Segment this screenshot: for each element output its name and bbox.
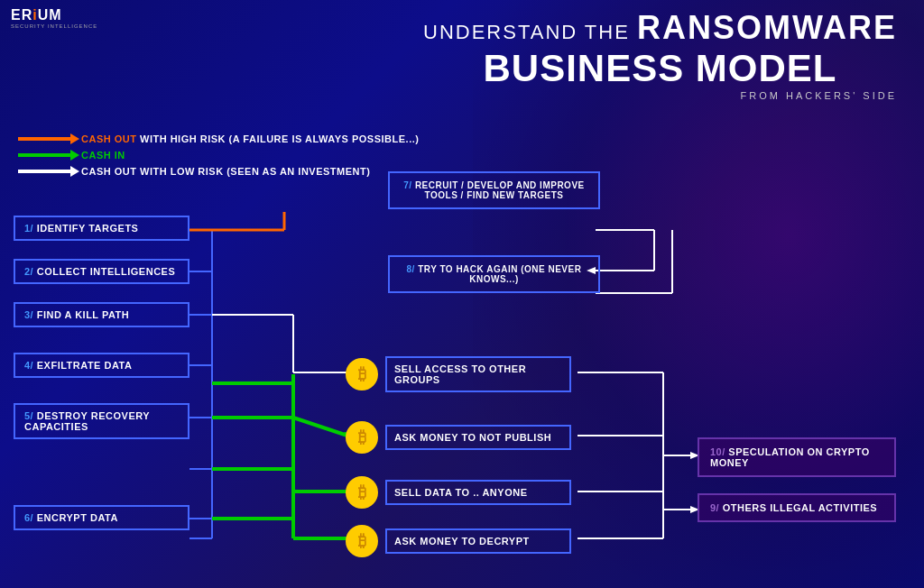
step-1-box: 1/ Identify Targets bbox=[14, 216, 189, 241]
step-7-box: 7/ Recruit / Develop and Improve Tools /… bbox=[388, 171, 600, 209]
step-6-box: 6/ Encrypt Data bbox=[14, 505, 189, 530]
legend-item-green: CASH IN bbox=[18, 150, 419, 161]
bitcoin-icon-2: ₿ bbox=[346, 421, 378, 454]
legend-white-text: CASH OUT WITH LOW RISK (SEEN AS AN INVES… bbox=[81, 166, 370, 177]
legend-green-text: CASH IN bbox=[81, 150, 125, 161]
sell-data-label: Sell Data to .. Anyone bbox=[385, 480, 571, 505]
title-line1: Understand the Ransomware bbox=[423, 9, 897, 47]
bitcoin-ask-money-decrypt: ₿ Ask Money to Decrypt bbox=[346, 525, 571, 557]
title-prefix: Understand the bbox=[423, 21, 630, 43]
step-1-num: 1/ bbox=[24, 223, 33, 234]
step-2-box: 2/ Collect Intelligences bbox=[14, 259, 189, 284]
outcome-9-label: Others Illegal Activities bbox=[723, 502, 877, 513]
outcome-10-label: Speculation on Crypto Money bbox=[710, 446, 870, 468]
step-4-num: 4/ bbox=[24, 360, 33, 371]
step-8-box: 8/ Try to Hack Again (One never knows...… bbox=[388, 255, 600, 293]
outcome-9-num: 9/ bbox=[710, 502, 719, 513]
bitcoin-icon-4: ₿ bbox=[346, 525, 378, 557]
step-3-num: 3/ bbox=[24, 309, 33, 320]
logo: ERiUM Security Intelligence bbox=[11, 7, 97, 29]
step-5-num: 5/ bbox=[24, 410, 33, 421]
bitcoin-ask-money-not-publish: ₿ Ask Money to Not Publish bbox=[346, 421, 571, 454]
title-sub: From Hackers' Side bbox=[423, 90, 897, 101]
bitcoin-icon-3: ₿ bbox=[346, 476, 378, 509]
step-5-box: 5/ Destroy Recovery Capacities bbox=[14, 403, 189, 439]
step-4-box: 4/ Exfiltrate Data bbox=[14, 353, 189, 378]
legend-orange-text: CASH OUT WITH HIGH RISK (A FAILURE IS AL… bbox=[81, 133, 419, 144]
logo-name: ERiUM bbox=[11, 7, 97, 23]
ask-money-decrypt-label: Ask Money to Decrypt bbox=[385, 528, 571, 554]
title-area: Understand the Ransomware Business Model… bbox=[423, 9, 897, 101]
svg-line-27 bbox=[293, 418, 347, 436]
step-3-box: 3/ Find a Kill Path bbox=[14, 302, 189, 327]
legend-cash-out-orange: CASH OUT bbox=[81, 133, 136, 144]
step-7-label: Recruit / Develop and Improve Tools / Fi… bbox=[415, 180, 585, 200]
legend-item-white: CASH OUT WITH LOW RISK (SEEN AS AN INVES… bbox=[18, 166, 419, 177]
legend-cash-in: CASH IN bbox=[81, 150, 125, 161]
legend-item-orange: CASH OUT WITH HIGH RISK (A FAILURE IS AL… bbox=[18, 133, 419, 144]
step-3-label: Find a Kill Path bbox=[37, 309, 130, 320]
bitcoin-sell-access: ₿ Sell Access to Other Groups bbox=[346, 356, 571, 392]
arrow-white-icon bbox=[18, 170, 72, 173]
step-2-label: Collect Intelligences bbox=[37, 266, 176, 277]
step-5-label: Destroy Recovery Capacities bbox=[24, 410, 150, 432]
ask-money-not-publish-label: Ask Money to Not Publish bbox=[385, 425, 571, 450]
title-main1: Ransomware bbox=[637, 9, 897, 46]
step-1-label: Identify Targets bbox=[37, 223, 139, 234]
outcome-10-box: 10/ Speculation on Crypto Money bbox=[698, 437, 896, 477]
step-6-label: Encrypt Data bbox=[37, 512, 118, 523]
title-main2: Business Model bbox=[423, 47, 897, 90]
outcome-10-num: 10/ bbox=[710, 446, 725, 457]
step-7-num: 7/ bbox=[403, 180, 411, 190]
main-content: ERiUM Security Intelligence Understand t… bbox=[0, 0, 924, 588]
step-6-num: 6/ bbox=[24, 512, 33, 523]
diagram: 1/ Identify Targets 2/ Collect Intellige… bbox=[14, 212, 907, 573]
logo-subtitle: Security Intelligence bbox=[11, 23, 97, 29]
bitcoin-sell-data: ₿ Sell Data to .. Anyone bbox=[346, 476, 571, 509]
sell-access-label: Sell Access to Other Groups bbox=[385, 356, 571, 392]
step-2-num: 2/ bbox=[24, 266, 33, 277]
step-8-label: Try to Hack Again (One never knows...) bbox=[418, 264, 581, 284]
bitcoin-icon-1: ₿ bbox=[346, 358, 378, 390]
step-8-num: 8/ bbox=[407, 264, 415, 274]
arrow-green-icon bbox=[18, 153, 72, 157]
step-4-label: Exfiltrate Data bbox=[37, 360, 133, 371]
outcome-9-box: 9/ Others Illegal Activities bbox=[698, 493, 896, 522]
legend: CASH OUT WITH HIGH RISK (A FAILURE IS AL… bbox=[18, 133, 419, 182]
arrow-orange-icon bbox=[18, 137, 72, 141]
